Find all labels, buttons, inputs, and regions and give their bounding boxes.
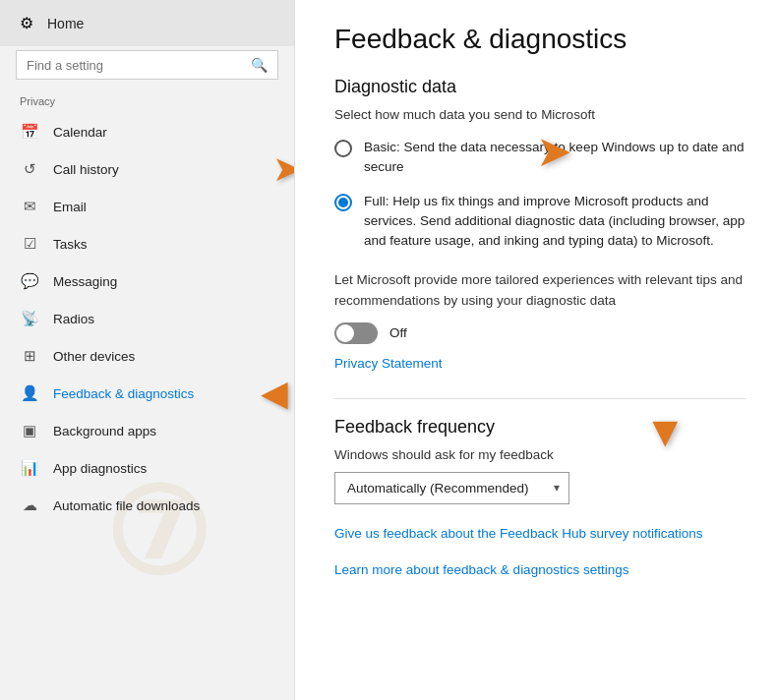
radio-group-diagnostic: Basic: Send the data necessary to keep W…	[334, 138, 746, 251]
sidebar-item-messaging[interactable]: 💬 Messaging	[0, 262, 294, 300]
feedback-diagnostics-icon: 👤	[20, 384, 39, 402]
sidebar-item-email[interactable]: ✉ Email	[0, 188, 294, 225]
sidebar-item-tasks[interactable]: ☑ Tasks	[0, 225, 294, 262]
privacy-section-label: Privacy	[0, 91, 294, 113]
tailored-desc: Let Microsoft provide more tailored expe…	[334, 270, 746, 311]
sidebar-item-app-diagnostics[interactable]: 📊 App diagnostics	[0, 449, 294, 487]
sidebar-home-label: Home	[47, 16, 84, 31]
nav-label-calendar: Calendar	[53, 125, 107, 140]
radio-basic-circle[interactable]	[334, 140, 352, 157]
tasks-icon: ☑	[20, 235, 39, 253]
sidebar-item-feedback-diagnostics[interactable]: 👤 Feedback & diagnostics ◀	[0, 375, 294, 412]
sidebar-item-call-history[interactable]: ↺ Call history ➤	[0, 150, 294, 188]
arrow-right-icon: ➤	[272, 148, 295, 190]
diagnostic-desc: Select how much data you send to Microso…	[334, 107, 746, 122]
nav-label-app-diagnostics: App diagnostics	[53, 461, 147, 476]
feedback-hub-link[interactable]: Give us feedback about the Feedback Hub …	[334, 526, 702, 541]
radio-basic-text: Basic: Send the data necessary to keep W…	[364, 138, 746, 178]
windows-ask-label: Windows should ask for my feedback	[334, 447, 746, 462]
call-history-icon: ↺	[20, 160, 39, 178]
tailored-section: Let Microsoft provide more tailored expe…	[334, 270, 746, 390]
email-icon: ✉	[20, 198, 39, 215]
privacy-statement-link[interactable]: Privacy Statement	[334, 356, 443, 371]
nav-label-feedback-diagnostics: Feedback & diagnostics	[53, 386, 194, 401]
sidebar-item-auto-downloads[interactable]: ☁ Automatic file downloads	[0, 487, 294, 524]
app-diagnostics-icon: 📊	[20, 459, 39, 477]
nav-label-other-devices: Other devices	[53, 349, 135, 364]
calendar-icon: 📅	[20, 123, 39, 141]
feedback-section-title: Feedback frequency	[334, 417, 746, 438]
nav-label-auto-downloads: Automatic file downloads	[53, 498, 200, 513]
radio-basic[interactable]: Basic: Send the data necessary to keep W…	[334, 138, 746, 178]
sidebar-item-calendar[interactable]: 📅 Calendar	[0, 113, 294, 150]
radios-icon: 📡	[20, 310, 39, 327]
dropdown-wrapper: Automatically (Recommended) Always Once …	[334, 472, 569, 504]
radio-full-circle[interactable]	[334, 194, 352, 211]
sidebar-item-home[interactable]: ⚙ Home	[0, 0, 294, 46]
nav-label-email: Email	[53, 200, 87, 214]
nav-label-tasks: Tasks	[53, 237, 88, 252]
main-content: ➤ Feedback & diagnostics Diagnostic data…	[295, 0, 777, 700]
section-divider	[334, 398, 746, 399]
sidebar: ⑦ ⚙ Home 🔍 Privacy 📅 Calendar ↺ Call his…	[0, 0, 295, 700]
toggle-label: Off	[389, 325, 407, 340]
page-title: Feedback & diagnostics	[334, 24, 746, 55]
tailored-toggle[interactable]	[334, 322, 378, 344]
nav-label-call-history: Call history	[53, 162, 119, 177]
nav-label-background-apps: Background apps	[53, 424, 156, 438]
nav-label-radios: Radios	[53, 312, 94, 326]
background-apps-icon: ▣	[20, 422, 39, 439]
diagnostic-section-title: Diagnostic data	[334, 77, 746, 97]
radio-full-text: Full: Help us fix things and improve Mic…	[364, 192, 746, 252]
toggle-row: Off	[334, 322, 746, 344]
feedback-frequency-dropdown[interactable]: Automatically (Recommended) Always Once …	[334, 472, 569, 504]
search-icon: 🔍	[251, 57, 268, 73]
search-box[interactable]: 🔍	[16, 50, 278, 80]
sidebar-item-background-apps[interactable]: ▣ Background apps	[0, 412, 294, 449]
arrow-left-icon: ◀	[261, 373, 288, 414]
learn-more-link[interactable]: Learn more about feedback & diagnostics …	[334, 562, 628, 577]
other-devices-icon: ⊞	[20, 347, 39, 365]
sidebar-item-radios[interactable]: 📡 Radios	[0, 300, 294, 337]
messaging-icon: 💬	[20, 272, 39, 290]
nav-label-messaging: Messaging	[53, 274, 117, 289]
home-icon: ⚙	[20, 14, 33, 32]
feedback-frequency-section: ▼ Feedback frequency Windows should ask …	[334, 417, 746, 597]
auto-downloads-icon: ☁	[20, 496, 39, 514]
search-input[interactable]	[27, 58, 251, 73]
radio-full[interactable]: Full: Help us fix things and improve Mic…	[334, 192, 746, 252]
sidebar-item-other-devices[interactable]: ⊞ Other devices	[0, 337, 294, 375]
